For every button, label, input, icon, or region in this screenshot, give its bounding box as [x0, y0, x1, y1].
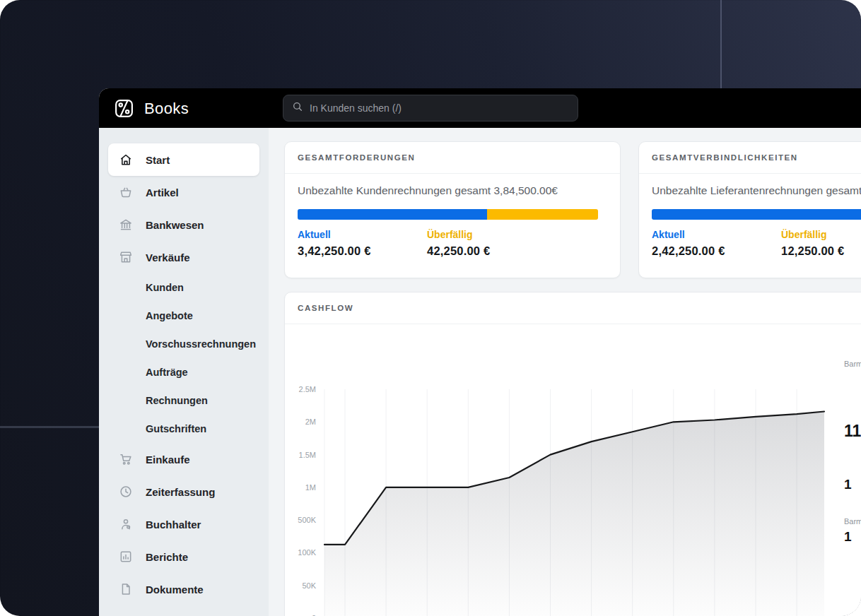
sidebar-item-einkaufe[interactable]: Einkaufe: [99, 443, 269, 475]
background-grid-hline: [0, 426, 99, 428]
receivables-current-value: 3,42,250.00 €: [298, 244, 427, 258]
svg-text:1M: 1M: [305, 483, 316, 492]
bank-icon: [119, 218, 133, 232]
payables-card: GESAMTVERBINDLICHKEITEN Unbezahlte Liefe…: [638, 141, 861, 278]
desktop-background: Books: [0, 0, 861, 616]
books-logo-icon: [113, 97, 135, 119]
sidebar-item-vorschussrechnungen[interactable]: Vorschussrechnungen: [99, 330, 269, 358]
sidebar-item-dokumente[interactable]: Dokumente: [99, 573, 269, 605]
cashflow-side-label-top: Barm: [844, 360, 861, 368]
screenshot-stage: Books: [0, 0, 861, 616]
receivables-progress-bar: [298, 209, 598, 220]
sidebar-item-label: Berichte: [146, 551, 188, 563]
sidebar-item-zeiterfassung[interactable]: Zeiterfassung: [99, 475, 269, 508]
payables-title: GESAMTVERBINDLICHKEITEN: [652, 153, 798, 162]
sidebar-item-label: Zeiterfassung: [146, 486, 215, 498]
svg-text:2M: 2M: [305, 417, 316, 426]
receivables-title: GESAMTFORDERUNGEN: [298, 153, 415, 162]
background-grid-vline: [720, 0, 722, 89]
cashflow-chart-svg: 050K100K500K1M1.5M2M2.5MAPRMAYJUNJULAUGS…: [285, 324, 861, 616]
sidebar-item-rechnungen[interactable]: Rechnungen: [99, 386, 269, 415]
store-icon: [119, 250, 133, 264]
receivables-current-segment: [298, 209, 487, 220]
sidebar-item-label: Artikel: [146, 186, 179, 199]
dashboard-content: GESAMTFORDERUNGEN Unbezahlte Kundenrechn…: [269, 128, 861, 616]
payables-current-value: 2,42,250.00 €: [652, 244, 781, 258]
sidebar-item-label: Buchhalter: [146, 519, 201, 531]
sidebar-item-buchhalter[interactable]: Buchhalter: [99, 508, 269, 540]
search-input[interactable]: [310, 102, 569, 114]
books-app-window: Books: [99, 88, 861, 616]
app-name: Books: [144, 100, 189, 118]
clock-icon: [119, 485, 133, 499]
receivables-card-header: GESAMTFORDERUNGEN: [285, 142, 620, 174]
svg-text:50K: 50K: [302, 581, 316, 590]
home-icon: [119, 153, 133, 167]
svg-text:500K: 500K: [298, 516, 316, 524]
cashflow-side-value-bottom: 1: [844, 529, 852, 545]
receivables-overdue-segment: [487, 209, 598, 220]
receivables-overdue-value: 42,250.00 €: [427, 244, 556, 258]
app-logo[interactable]: Books: [113, 97, 189, 119]
svg-text:100K: 100K: [298, 548, 316, 557]
sidebar-item-label: Start: [146, 154, 170, 166]
receivables-card: GESAMTFORDERUNGEN Unbezahlte Kundenrechn…: [284, 141, 621, 278]
cashflow-side-value-big: 11: [844, 422, 861, 441]
receivables-summary: Unbezahlte Kundenrechnungen gesamt 3,84,…: [298, 184, 607, 197]
sidebar-item-bankwesen[interactable]: Bankwesen: [99, 208, 269, 241]
sidebar-item-angebote[interactable]: Angebote: [99, 302, 269, 330]
payables-summary: Unbezahlte Lieferantenrechnungen gesamt …: [652, 184, 861, 197]
payables-overdue-label: Überfällig: [781, 229, 861, 240]
global-search[interactable]: [283, 95, 578, 122]
sidebar-item-label: Einkaufe: [146, 454, 190, 466]
sidebar-item-label: Verkäufe: [146, 251, 190, 263]
receivables-current-label: Aktuell: [298, 229, 427, 240]
payables-current-segment: [652, 209, 861, 220]
svg-text:2.5M: 2.5M: [299, 385, 316, 393]
payables-overdue-value: 12,250.00 €: [781, 244, 861, 258]
search-icon: [292, 101, 303, 115]
sidebar-item-label: Dokumente: [146, 584, 204, 596]
payables-card-header: GESAMTVERBINDLICHKEITEN: [639, 142, 861, 174]
receivables-overdue-label: Überfällig: [427, 229, 556, 240]
document-icon: [119, 582, 133, 596]
sidebar: Start Artikel Bankwesen: [99, 128, 269, 616]
cashflow-card: CASHFLOW 050K100K500K1M1.5M2M2.5MAPRMAYJ…: [284, 292, 861, 616]
cart-icon: [119, 452, 133, 466]
sidebar-item-gutschriften[interactable]: Gutschriften: [99, 415, 269, 443]
payables-current-label: Aktuell: [652, 229, 781, 240]
payables-progress-bar: [652, 209, 861, 220]
cashflow-title: CASHFLOW: [298, 304, 353, 312]
accountant-icon: [119, 517, 133, 531]
cashflow-chart: 050K100K500K1M1.5M2M2.5MAPRMAYJUNJULAUGS…: [285, 324, 861, 616]
bar-chart-icon: [119, 550, 133, 564]
sidebar-item-verkaeufe[interactable]: Verkäufe: [99, 241, 269, 273]
cashflow-side-label-bottom: Barm: [844, 517, 861, 526]
app-header: Books: [99, 88, 861, 128]
sidebar-item-kunden[interactable]: Kunden: [99, 273, 269, 302]
sidebar-item-start[interactable]: Start: [108, 143, 259, 176]
sidebar-item-berichte[interactable]: Berichte: [99, 540, 269, 573]
cashflow-side-value-mid: 1: [844, 477, 852, 492]
basket-icon: [119, 185, 133, 199]
sidebar-item-auftraege[interactable]: Aufträge: [99, 358, 269, 386]
cashflow-card-header: CASHFLOW: [285, 292, 861, 324]
sidebar-item-artikel[interactable]: Artikel: [99, 176, 269, 208]
sidebar-item-label: Bankwesen: [146, 219, 204, 231]
svg-text:1.5M: 1.5M: [299, 451, 316, 459]
